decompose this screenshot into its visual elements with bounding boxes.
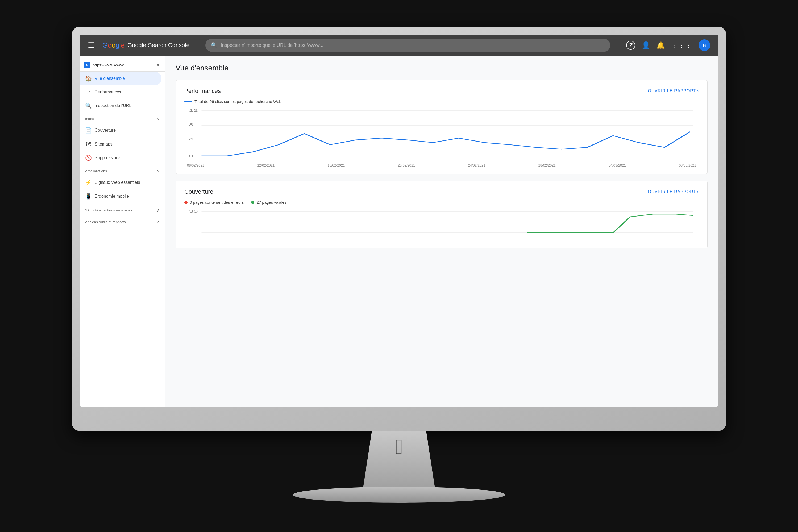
performances-card-header: Performances OUVRIR LE RAPPORT ›	[184, 88, 699, 94]
performances-chart-legend: Total de 96 clics sur les pages de reche…	[184, 99, 699, 104]
user-avatar[interactable]: a	[699, 39, 710, 51]
topbar-icons: ? 👤 🔔 ⋮⋮⋮ a	[626, 39, 710, 51]
sidebar-item-couverture[interactable]: 📄 Couverture	[80, 124, 162, 137]
gsc-app: ☰ Google Google Search Console 🔍 Inspect…	[80, 35, 718, 407]
monitor-stand-base	[292, 487, 506, 503]
page-title: Vue d'ensemble	[175, 64, 707, 72]
performances-card-title: Performances	[184, 88, 221, 94]
x-label: 24/02/2021	[468, 163, 486, 167]
trend-icon: ↗	[85, 89, 91, 95]
mobile-icon: 📱	[85, 193, 91, 200]
svg-text:0: 0	[189, 154, 193, 158]
couverture-card-header: Couverture OUVRIR LE RAPPORT ›	[184, 188, 699, 195]
signaux-icon: ⚡	[85, 179, 91, 186]
coverage-errors-label: 0 pages contenant des erreurs	[190, 200, 244, 205]
sidebar-item-label: Inspection de l'URL	[95, 103, 131, 108]
couverture-chart-container: 30	[184, 209, 699, 241]
performances-card: Performances OUVRIR LE RAPPORT › Total d…	[175, 80, 707, 174]
sidebar-item-label: Suppressions	[95, 155, 120, 160]
performances-legend-label: Total de 96 clics sur les pages de reche…	[194, 99, 281, 104]
svg-text:4: 4	[189, 137, 193, 141]
x-label: 08/02/2021	[187, 163, 204, 167]
monitor-wrapper: ☰ Google Google Search Console 🔍 Inspect…	[0, 0, 798, 532]
sidebar-item-label: Vue d'ensemble	[95, 76, 125, 81]
search-sidebar-icon: 🔍	[85, 102, 91, 109]
error-dot	[184, 201, 188, 204]
x-label: 12/02/2021	[257, 163, 274, 167]
coverage-legend-errors: 0 pages contenant des erreurs	[184, 200, 244, 205]
sidebar-item-label: Couverture	[95, 128, 116, 133]
performances-chart-container: 12 8 4 0	[184, 108, 699, 167]
sidebar-item-label: Signaux Web essentiels	[95, 180, 140, 185]
performances-open-report-link[interactable]: OUVRIR LE RAPPORT ›	[648, 89, 699, 93]
index-section-header: Index ∧	[80, 113, 165, 124]
suppressions-icon: 🚫	[85, 155, 91, 161]
main-content: Vue d'ensemble Performances OUVRIR LE RA…	[165, 56, 718, 407]
google-wordmark: Google	[102, 41, 125, 50]
svg-text:12: 12	[189, 108, 198, 113]
performances-x-labels: 08/02/2021 12/02/2021 16/02/2021 20/02/2…	[184, 163, 699, 167]
x-label: 16/02/2021	[327, 163, 345, 167]
chevron-right-icon: ›	[697, 189, 699, 194]
couverture-legends: 0 pages contenant des erreurs 27 pages v…	[184, 200, 699, 205]
coverage-valid-label: 27 pages valides	[256, 200, 286, 205]
couverture-card: Couverture OUVRIR LE RAPPORT › 0 pages c…	[175, 180, 707, 248]
couverture-open-report-link[interactable]: OUVRIR LE RAPPORT ›	[648, 189, 699, 194]
bell-icon[interactable]: 🔔	[657, 41, 665, 50]
search-bar[interactable]: 🔍 Inspecter n'importe quelle URL de 'htt…	[205, 39, 610, 52]
home-icon: 🏠	[85, 75, 91, 82]
hamburger-menu-icon[interactable]: ☰	[88, 41, 94, 50]
sidebar-item-signaux-web[interactable]: ⚡ Signaux Web essentiels	[80, 175, 162, 189]
topbar-logo: Google Google Search Console	[102, 41, 189, 50]
anciens-outils-section-header[interactable]: Anciens outils et rapports ∨	[80, 215, 165, 227]
anciens-outils-chevron-icon[interactable]: ∨	[156, 220, 159, 225]
sidebar-item-vue-ensemble[interactable]: 🏠 Vue d'ensemble	[80, 72, 162, 86]
index-chevron-icon[interactable]: ∧	[156, 116, 159, 121]
x-label: 28/02/2021	[538, 163, 556, 167]
couverture-chart-svg: 30	[184, 209, 699, 235]
sidebar-item-sitemaps[interactable]: 🗺 Sitemaps	[80, 137, 162, 151]
apple-logo: 	[388, 436, 410, 460]
sitemaps-icon: 🗺	[85, 141, 91, 147]
monitor-screen: ☰ Google Google Search Console 🔍 Inspect…	[80, 35, 718, 407]
monitor-bezel: ☰ Google Google Search Console 🔍 Inspect…	[72, 26, 726, 431]
x-label: 04/03/2021	[609, 163, 626, 167]
apps-grid-icon[interactable]: ⋮⋮⋮	[671, 41, 692, 50]
couverture-card-title: Couverture	[184, 188, 213, 195]
x-label: 08/03/2021	[679, 163, 696, 167]
securite-chevron-icon[interactable]: ∨	[156, 208, 159, 213]
property-url: https://www.//wwe	[93, 63, 153, 67]
couverture-icon: 📄	[85, 127, 91, 134]
sidebar-item-suppressions[interactable]: 🚫 Suppressions	[80, 151, 162, 165]
x-label: 20/02/2021	[398, 163, 415, 167]
sidebar-item-inspection-url[interactable]: 🔍 Inspection de l'URL	[80, 99, 162, 113]
sidebar-item-label: Performances	[95, 90, 121, 94]
performances-chart-svg: 12 8 4 0	[184, 108, 699, 161]
sidebar: C https://www.//wwe ▼ 🏠 Vue d'ensemble ↗…	[80, 56, 165, 407]
search-placeholder-text: Inspecter n'importe quelle URL de 'https…	[221, 42, 323, 48]
sidebar-item-performances[interactable]: ↗ Performances	[80, 86, 162, 99]
chevron-right-icon: ›	[697, 89, 699, 93]
coverage-legend-valid: 27 pages valides	[251, 200, 286, 205]
ameliorations-section-header: Améliorations ∧	[80, 165, 165, 175]
valid-dot	[251, 201, 254, 204]
accounts-icon[interactable]: 👤	[642, 41, 650, 50]
sidebar-item-ergonomie-mobile[interactable]: 📱 Ergonomie mobile	[80, 189, 162, 203]
property-selector[interactable]: C https://www.//wwe ▼	[80, 58, 165, 72]
topbar: ☰ Google Google Search Console 🔍 Inspect…	[80, 35, 718, 56]
property-chevron-icon: ▼	[156, 62, 160, 68]
help-icon[interactable]: ?	[626, 41, 635, 50]
legend-blue-line	[184, 101, 192, 102]
content-area: C https://www.//wwe ▼ 🏠 Vue d'ensemble ↗…	[80, 56, 718, 407]
property-icon: C	[84, 62, 91, 68]
search-console-wordmark: Google Search Console	[128, 42, 190, 49]
ameliorations-chevron-icon[interactable]: ∧	[156, 168, 159, 173]
sidebar-item-label: Sitemaps	[95, 142, 113, 147]
svg-text:30: 30	[189, 209, 198, 213]
sidebar-item-label: Ergonomie mobile	[95, 194, 129, 199]
securite-section-header[interactable]: Sécurité et actions manuelles ∨	[80, 203, 165, 215]
search-icon: 🔍	[211, 42, 217, 49]
svg-text:8: 8	[189, 122, 193, 127]
